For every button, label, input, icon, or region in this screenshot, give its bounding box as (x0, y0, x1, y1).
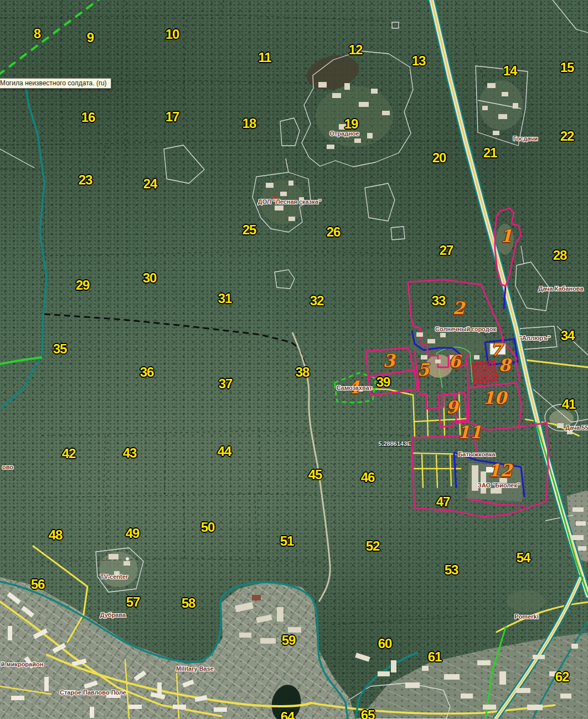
buildings-bottom-right (355, 644, 578, 710)
roads-yellow (0, 360, 588, 719)
buildings-bottom-left (7, 592, 227, 718)
buildings-hospital-pocket (235, 595, 301, 644)
satellite-map[interactable]: 8910111213141516171819202122232425262728… (0, 0, 588, 719)
hatched-red-parcel (472, 361, 497, 384)
map-tooltip: Могила неизвестного солдата. (ru) (0, 78, 111, 89)
boundary-teal-lines (0, 82, 588, 719)
bold-dashed-boundary (44, 314, 306, 371)
map-overlay-graphics (0, 0, 588, 719)
forest-trail (292, 332, 330, 602)
coordinate-label: 5.2886143E (378, 440, 411, 447)
